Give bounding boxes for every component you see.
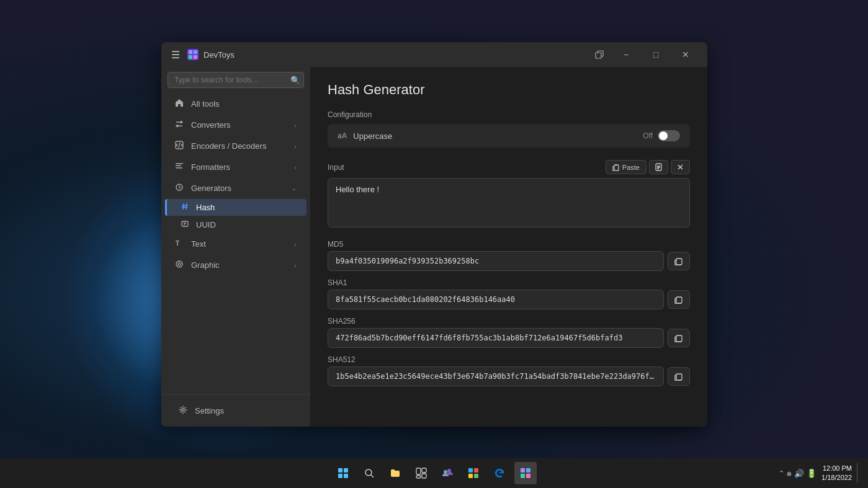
battery-icon[interactable]: 🔋 bbox=[807, 469, 817, 478]
sidebar-item-uuid[interactable]: UUID bbox=[165, 216, 306, 233]
svg-rect-4 bbox=[596, 53, 601, 58]
taskbar-widgets[interactable] bbox=[462, 462, 485, 484]
settings-icon bbox=[179, 406, 189, 416]
svg-rect-3 bbox=[194, 55, 197, 59]
md5-row: b9a4f035019096a2f939352b369258bc bbox=[328, 251, 690, 271]
svg-rect-24 bbox=[676, 259, 682, 265]
svg-rect-43 bbox=[474, 474, 478, 478]
sha256-label: SHA256 bbox=[328, 317, 690, 326]
sidebar-item-text[interactable]: T Text › bbox=[165, 234, 306, 254]
minimize-button[interactable]: − bbox=[612, 45, 640, 64]
md5-copy-button[interactable] bbox=[668, 252, 690, 270]
sha512-section: SHA512 1b5e4b2ea5e1e23c5649ece43bf3e674b… bbox=[328, 355, 690, 386]
sidebar-item-formatters[interactable]: Formatters › bbox=[165, 157, 306, 177]
md5-label: MD5 bbox=[328, 240, 690, 249]
sidebar-item-converters[interactable]: Converters › bbox=[165, 115, 306, 135]
text-icon: T bbox=[175, 239, 185, 249]
tray-chevron[interactable]: ⌃ bbox=[779, 469, 784, 477]
formatters-chevron: › bbox=[294, 164, 297, 171]
taskbar-clock[interactable]: 12:00 PM 1/18/2022 bbox=[821, 464, 852, 483]
uppercase-toggle[interactable] bbox=[658, 130, 680, 141]
sidebar-item-graphic[interactable]: Graphic › bbox=[165, 255, 306, 275]
svg-rect-0 bbox=[189, 50, 192, 54]
sidebar-item-all-tools[interactable]: All tools bbox=[165, 94, 306, 114]
input-actions: Paste bbox=[606, 160, 690, 174]
sidebar-item-settings[interactable]: Settings bbox=[169, 401, 303, 421]
svg-text:T: T bbox=[176, 240, 179, 247]
sha1-row: 8fa581f55caecb0bc1da080202f64836b146aa40 bbox=[328, 290, 690, 309]
converters-chevron: › bbox=[294, 122, 297, 129]
app-title-text: DevToys bbox=[204, 50, 235, 60]
svg-rect-30 bbox=[338, 474, 342, 478]
formatters-icon bbox=[175, 162, 185, 172]
svg-rect-20 bbox=[615, 164, 617, 166]
toggle-knob bbox=[659, 131, 668, 140]
sha512-copy-button[interactable] bbox=[668, 367, 690, 386]
svg-point-38 bbox=[447, 469, 451, 472]
taskbar-task-view[interactable] bbox=[410, 462, 432, 484]
sidebar-nav: All tools Converters › Encoders / Decode… bbox=[161, 93, 310, 394]
svg-rect-29 bbox=[344, 468, 348, 472]
sha1-label: SHA1 bbox=[328, 278, 690, 287]
taskbar-file-explorer[interactable] bbox=[384, 462, 406, 484]
network-icon[interactable]: ⎈ bbox=[787, 469, 792, 478]
taskbar-devtoys[interactable] bbox=[514, 462, 537, 484]
home-icon bbox=[175, 99, 185, 109]
uuid-icon bbox=[181, 220, 190, 229]
load-file-button[interactable] bbox=[649, 160, 668, 174]
app-body: 🔍 All tools Converters › bbox=[161, 67, 707, 427]
graphic-chevron: › bbox=[294, 262, 297, 269]
svg-rect-26 bbox=[676, 335, 682, 342]
taskbar-edge[interactable] bbox=[488, 462, 511, 484]
generators-chevron: ⌄ bbox=[291, 184, 297, 192]
taskbar-search-button[interactable] bbox=[358, 462, 380, 484]
sidebar-item-generators[interactable]: Generators ⌄ bbox=[165, 178, 306, 198]
compact-overlay-button[interactable] bbox=[588, 45, 611, 64]
encoders-icon bbox=[175, 141, 185, 151]
taskbar-right: ⌃ ⎈ 🔊 🔋 12:00 PM 1/18/2022 bbox=[779, 463, 861, 483]
input-textarea[interactable]: Hello there ! bbox=[328, 178, 690, 228]
paste-button[interactable]: Paste bbox=[606, 160, 647, 174]
search-icon: 🔍 bbox=[290, 76, 300, 85]
main-content: Hash Generator Configuration aA Uppercas… bbox=[310, 67, 707, 427]
sha1-copy-button[interactable] bbox=[668, 290, 690, 309]
volume-icon[interactable]: 🔊 bbox=[794, 469, 804, 478]
app-window: ☰ DevToys − □ ✕ bbox=[161, 42, 707, 427]
sidebar-item-hash[interactable]: Hash bbox=[165, 199, 306, 216]
sha256-row: 472f86ad5b7bcd90eff6147fd6f8fb755ac3b1ab… bbox=[328, 328, 690, 348]
sha1-value: 8fa581f55caecb0bc1da080202f64836b146aa40 bbox=[328, 290, 664, 309]
svg-rect-35 bbox=[422, 468, 426, 472]
svg-rect-1 bbox=[194, 50, 197, 54]
svg-rect-41 bbox=[474, 468, 478, 472]
converters-icon bbox=[175, 120, 185, 130]
svg-rect-14 bbox=[182, 221, 188, 226]
hamburger-icon[interactable]: ☰ bbox=[169, 47, 182, 63]
input-header: Input Paste bbox=[328, 160, 690, 174]
svg-rect-36 bbox=[422, 474, 426, 478]
sha256-copy-button[interactable] bbox=[668, 329, 690, 347]
svg-rect-25 bbox=[676, 297, 682, 303]
svg-point-16 bbox=[176, 261, 182, 267]
svg-rect-27 bbox=[676, 374, 682, 380]
svg-line-11 bbox=[186, 203, 187, 210]
text-chevron: › bbox=[294, 241, 297, 248]
svg-rect-2 bbox=[189, 55, 192, 59]
graphic-icon bbox=[175, 260, 185, 270]
svg-rect-42 bbox=[468, 474, 473, 478]
clear-input-button[interactable] bbox=[671, 160, 690, 174]
maximize-button[interactable]: □ bbox=[642, 45, 670, 64]
sidebar-item-encoders[interactable]: Encoders / Decoders › bbox=[165, 136, 306, 156]
sidebar-hash-label: Hash bbox=[196, 203, 215, 212]
start-button[interactable] bbox=[332, 462, 354, 484]
sidebar-all-tools-label: All tools bbox=[191, 99, 297, 109]
sidebar-footer: Settings bbox=[161, 394, 310, 427]
show-desktop-button[interactable] bbox=[857, 463, 861, 483]
taskbar-teams[interactable] bbox=[436, 462, 459, 484]
svg-point-18 bbox=[182, 409, 184, 411]
close-button[interactable]: ✕ bbox=[671, 45, 700, 64]
svg-rect-40 bbox=[468, 468, 473, 472]
sha256-section: SHA256 472f86ad5b7bcd90eff6147fd6f8fb755… bbox=[328, 317, 690, 348]
svg-rect-28 bbox=[338, 468, 342, 472]
app-logo bbox=[187, 49, 199, 60]
search-input[interactable] bbox=[168, 72, 304, 88]
